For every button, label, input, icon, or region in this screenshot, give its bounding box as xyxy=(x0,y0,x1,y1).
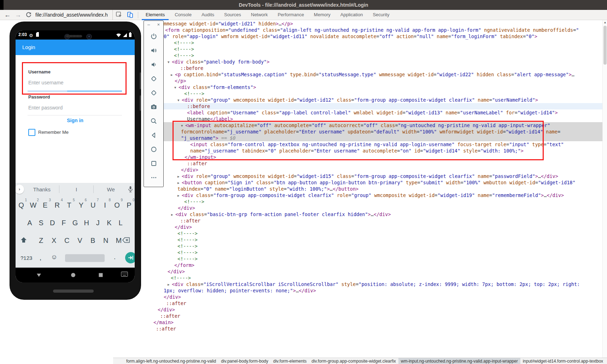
code-line[interactable]: ::after xyxy=(150,300,602,306)
volume-down-icon[interactable] xyxy=(150,61,157,68)
code-line[interactable]: <!----> xyxy=(150,90,602,97)
devtools-scrollbar[interactable]: ▲ xyxy=(602,20,607,358)
code-line[interactable]: <!----> xyxy=(150,230,602,237)
period-key[interactable]: . xyxy=(114,253,116,261)
shift-icon[interactable] xyxy=(20,237,28,244)
key-s[interactable]: S xyxy=(36,219,46,227)
key-x[interactable]: X xyxy=(49,237,59,245)
more-icon[interactable] xyxy=(150,174,157,181)
key-v[interactable]: V xyxy=(75,237,85,245)
key-d[interactable]: D xyxy=(47,219,57,227)
code-line[interactable]: </div> xyxy=(150,306,602,313)
breadcrumb-item[interactable]: form.align-left.ng-untouched.ng-pristine… xyxy=(124,358,218,364)
code-line[interactable]: mmessage widget-id="widget-id21" hidden>… xyxy=(150,20,602,27)
key-c[interactable]: C xyxy=(62,237,72,245)
tab-performance[interactable]: Performance xyxy=(273,10,309,20)
forward-arrow-icon[interactable]: → xyxy=(13,10,23,20)
code-line[interactable]: ▶<div class="iScrollVerticalScrollbar iS… xyxy=(150,281,602,287)
key-y[interactable]: Y6 xyxy=(76,201,86,209)
code-line[interactable]: ▶<div class="basic-btn-grp form-action p… xyxy=(150,211,602,217)
breadcrumb-item[interactable]: div.form-group.app-composite-widget.clea… xyxy=(309,358,398,364)
key-t[interactable]: T5 xyxy=(64,201,74,209)
enter-key[interactable] xyxy=(125,252,135,263)
key-j[interactable]: J xyxy=(93,219,103,227)
tab-console[interactable]: Console xyxy=(170,10,197,20)
code-line[interactable]: ::after xyxy=(150,217,602,224)
tab-application[interactable]: Application xyxy=(335,10,368,20)
device-toolbar-icon[interactable] xyxy=(127,11,134,19)
tab-audits[interactable]: Audits xyxy=(197,10,219,20)
key-n[interactable]: N xyxy=(101,237,111,245)
code-line[interactable]: <!----> xyxy=(150,198,602,205)
tab-elements[interactable]: Elements xyxy=(141,10,170,20)
scroll-up-icon[interactable]: ▲ xyxy=(603,20,607,25)
code-line[interactable]: 0" role="app-login" wmform widget-id="wi… xyxy=(150,33,602,40)
back-triangle-icon[interactable] xyxy=(35,271,42,279)
inspect-icon[interactable] xyxy=(116,11,123,19)
code-line[interactable]: ▶<button caption="Sign in" class="btn ap… xyxy=(150,179,602,186)
overview-icon[interactable] xyxy=(150,160,157,167)
code-line[interactable]: </div> xyxy=(150,294,602,300)
tab-network[interactable]: Network xyxy=(246,10,273,20)
key-h[interactable]: H xyxy=(82,219,92,227)
tab-memory[interactable]: Memory xyxy=(309,10,335,20)
key-p[interactable]: P0 xyxy=(124,201,134,209)
code-line[interactable]: <!----> xyxy=(150,249,602,256)
key-k[interactable]: K xyxy=(104,219,114,227)
code-line[interactable]: </div> xyxy=(150,224,602,230)
breadcrumb-item[interactable]: div.form-elements xyxy=(271,358,309,364)
comma-key[interactable]: , xyxy=(40,254,41,262)
code-line[interactable]: <!----> xyxy=(150,52,602,59)
code-line[interactable]: </form> xyxy=(150,262,602,268)
code-line[interactable]: </div> xyxy=(150,268,602,275)
code-line[interactable]: ▶<div class="form-group app-composite-wi… xyxy=(150,192,602,198)
close-button[interactable]: × xyxy=(157,21,160,29)
back-icon[interactable] xyxy=(150,132,157,139)
key-b[interactable]: B xyxy=(88,237,98,245)
breadcrumb-item[interactable]: wm-input.ng-untouched.ng-pristine.ng-val… xyxy=(398,358,520,364)
expand-suggestions-icon[interactable]: › xyxy=(16,185,24,194)
power-button[interactable] xyxy=(140,95,141,111)
key-u[interactable]: U7 xyxy=(88,201,98,209)
zoom-icon[interactable] xyxy=(150,118,157,125)
code-line[interactable]: </div> xyxy=(150,167,602,173)
code-line[interactable]: <!----> xyxy=(150,237,602,243)
key-a[interactable]: A xyxy=(25,219,35,227)
home-circle-icon[interactable] xyxy=(70,271,77,279)
suggestion-we[interactable]: We xyxy=(94,186,128,192)
keyboard-icon[interactable] xyxy=(121,271,128,279)
remember-me-checkbox[interactable] xyxy=(28,129,35,136)
code-line[interactable]: ▼<form captionposition="undefined" class… xyxy=(150,27,602,33)
code-line[interactable]: ▶<p caption.bind="statusMessage.caption"… xyxy=(150,71,602,78)
code-line[interactable]: <!----> xyxy=(150,243,602,249)
scrollbar-thumb[interactable] xyxy=(603,26,607,65)
back-arrow-icon[interactable]: ← xyxy=(3,10,12,20)
key-z[interactable]: Z xyxy=(36,237,46,245)
breadcrumb-item[interactable]: div.panel-body.form-body xyxy=(218,358,271,364)
rotate-left-icon[interactable] xyxy=(150,75,157,82)
suggestion-thanks[interactable]: Thanks xyxy=(25,186,59,192)
volume-up-icon[interactable] xyxy=(150,47,157,54)
key-o[interactable]: O9 xyxy=(112,201,122,209)
password-input[interactable]: Enter password xyxy=(28,105,63,111)
code-line[interactable]: <label caption="Username" class="app-lab… xyxy=(150,109,602,116)
tab-security[interactable]: Security xyxy=(368,10,394,20)
code-line[interactable]: ::after xyxy=(150,326,602,332)
code-line[interactable]: <!----> xyxy=(150,46,602,52)
camera-icon[interactable] xyxy=(150,103,157,111)
power-icon[interactable] xyxy=(150,33,157,40)
key-q[interactable]: Q1 xyxy=(16,201,26,209)
code-line[interactable]: ::after xyxy=(150,160,602,167)
code-line[interactable]: ▼<div role="group" wmcomposite widget-id… xyxy=(150,97,602,103)
code-line[interactable]: </p> xyxy=(150,78,602,84)
code-line[interactable]: <!----> xyxy=(150,256,602,262)
minimize-button[interactable]: – xyxy=(147,21,150,29)
backspace-icon[interactable] xyxy=(122,237,130,244)
key-w[interactable]: W2 xyxy=(28,201,38,209)
space-key[interactable] xyxy=(65,254,105,262)
key-l[interactable]: L xyxy=(116,219,126,227)
code-line[interactable]: <!----> xyxy=(150,275,602,281)
code-line[interactable]: 1px; overflow: hidden; pointer-events: n… xyxy=(150,287,602,294)
key-g[interactable]: G xyxy=(70,219,80,227)
smiley-icon[interactable]: ☺ xyxy=(51,253,57,261)
